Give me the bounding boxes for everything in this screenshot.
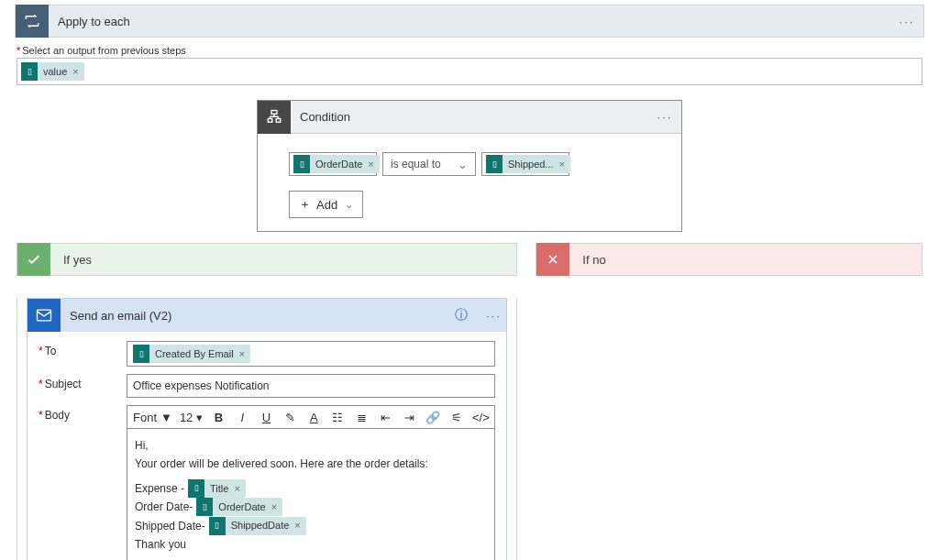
apply-to-each-title: Apply to each xyxy=(58,15,890,28)
outdent-icon[interactable]: ⇤ xyxy=(377,409,393,425)
close-icon xyxy=(536,243,569,276)
token-value[interactable]: ▯ value × xyxy=(21,62,84,81)
fx-icon: ▯ xyxy=(133,345,149,363)
underline-icon[interactable]: U xyxy=(258,409,274,425)
previous-output-label: Select an output from previous steps xyxy=(17,45,922,56)
remove-token-icon[interactable]: × xyxy=(559,159,570,170)
body-editor[interactable]: Hi, Your order will be delivered soon. H… xyxy=(127,428,495,560)
token-shippeddate[interactable]: ▯ Shipped... × xyxy=(486,155,570,173)
subject-label: Subject xyxy=(39,374,127,390)
outlook-icon xyxy=(28,299,61,332)
remove-token-icon[interactable]: × xyxy=(72,66,83,77)
condition-right-value[interactable]: ▯ Shipped... × xyxy=(481,152,569,176)
italic-icon[interactable]: I xyxy=(234,409,250,425)
plus-icon: ＋ xyxy=(299,196,311,213)
add-condition-button[interactable]: ＋ Add ⌄ xyxy=(289,191,363,218)
remove-token-icon[interactable]: × xyxy=(368,159,379,170)
apply-to-each-menu[interactable]: ··· xyxy=(890,15,923,28)
loop-icon xyxy=(16,5,49,38)
subject-input[interactable]: Office expenses Notification xyxy=(127,374,495,398)
if-yes-header[interactable]: If yes xyxy=(17,243,517,276)
chevron-down-icon: ⌄ xyxy=(345,199,353,211)
email-menu[interactable]: ··· xyxy=(481,309,506,323)
svg-rect-3 xyxy=(38,310,51,321)
send-email-header[interactable]: Send an email (V2) ⓘ ··· xyxy=(28,299,506,332)
clear-format-icon[interactable]: ⚟ xyxy=(448,409,465,425)
fx-icon: ▯ xyxy=(209,517,226,535)
fx-icon: ▯ xyxy=(293,155,310,173)
fx-icon: ▯ xyxy=(21,62,38,81)
check-icon xyxy=(17,243,50,276)
condition-menu[interactable]: ··· xyxy=(648,110,681,124)
link-icon[interactable]: 🔗 xyxy=(425,409,441,425)
condition-left-value[interactable]: ▯ OrderDate × xyxy=(289,152,377,176)
bold-icon[interactable]: B xyxy=(210,409,226,425)
svg-rect-0 xyxy=(271,110,277,114)
apply-to-each-header[interactable]: Apply to each ··· xyxy=(15,5,924,38)
font-family-select[interactable]: Font ▼ xyxy=(133,411,172,424)
caret-down-icon: ▼ xyxy=(160,411,172,424)
token-orderdate[interactable]: ▯ OrderDate × xyxy=(293,155,380,173)
to-label: To xyxy=(39,341,127,357)
fx-icon: ▯ xyxy=(486,155,503,173)
to-input[interactable]: ▯ Created By Email × xyxy=(127,341,495,367)
token-orderdate[interactable]: ▯ OrderDate × xyxy=(196,498,282,516)
bullet-list-icon[interactable]: ☷ xyxy=(329,409,346,425)
condition-operator-select[interactable]: is equal to ⌄ xyxy=(382,152,476,176)
fx-icon: ▯ xyxy=(196,498,213,516)
svg-rect-2 xyxy=(276,118,281,122)
indent-icon[interactable]: ⇥ xyxy=(401,409,417,425)
code-view-icon[interactable]: </> xyxy=(472,409,489,425)
font-size-select[interactable]: 12 ▾ xyxy=(180,411,203,424)
remove-token-icon[interactable]: × xyxy=(239,348,250,359)
font-color-icon[interactable]: A xyxy=(305,409,322,425)
send-email-action: Send an email (V2) ⓘ ··· To ▯ Created By… xyxy=(27,298,507,560)
token-created-by-email[interactable]: ▯ Created By Email × xyxy=(133,345,250,363)
body-label: Body xyxy=(39,405,127,422)
caret-down-icon: ▾ xyxy=(196,411,203,424)
numbered-list-icon[interactable]: ≣ xyxy=(353,409,370,425)
fx-icon: ▯ xyxy=(188,479,204,498)
remove-token-icon[interactable]: × xyxy=(234,480,245,498)
remove-token-icon[interactable]: × xyxy=(271,499,282,516)
previous-output-input[interactable]: ▯ value × xyxy=(17,58,922,85)
rich-text-toolbar: Font ▼ 12 ▾ B I U xyxy=(127,405,495,428)
condition-card: Condition ··· ▯ OrderDate × is equal to … xyxy=(257,100,682,232)
condition-header[interactable]: Condition ··· xyxy=(258,101,681,134)
token-title[interactable]: ▯ Title × xyxy=(188,479,246,498)
token-shippeddate[interactable]: ▯ ShippedDate × xyxy=(209,517,306,535)
chevron-down-icon: ⌄ xyxy=(458,158,468,171)
condition-title: Condition xyxy=(300,110,648,124)
condition-icon xyxy=(258,101,291,134)
if-no-header[interactable]: If no xyxy=(536,243,922,276)
svg-rect-1 xyxy=(268,118,272,122)
remove-token-icon[interactable]: × xyxy=(294,517,305,534)
help-icon[interactable]: ⓘ xyxy=(455,307,481,324)
highlight-icon[interactable]: ✎ xyxy=(282,409,298,425)
